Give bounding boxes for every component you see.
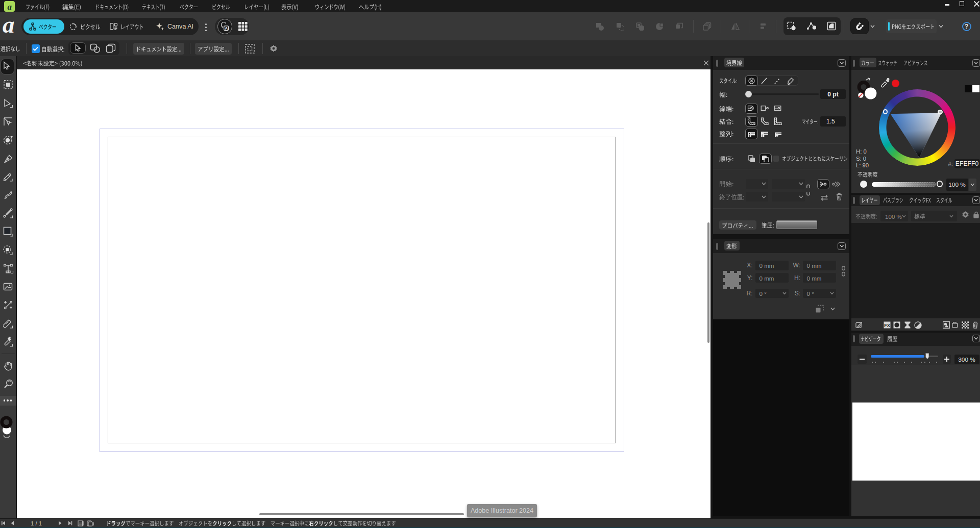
svg-text:A: A bbox=[225, 26, 228, 31]
svg-text:a: a bbox=[7, 2, 12, 11]
svg-text:a: a bbox=[3, 18, 15, 35]
svg-text:FX: FX bbox=[884, 322, 890, 328]
